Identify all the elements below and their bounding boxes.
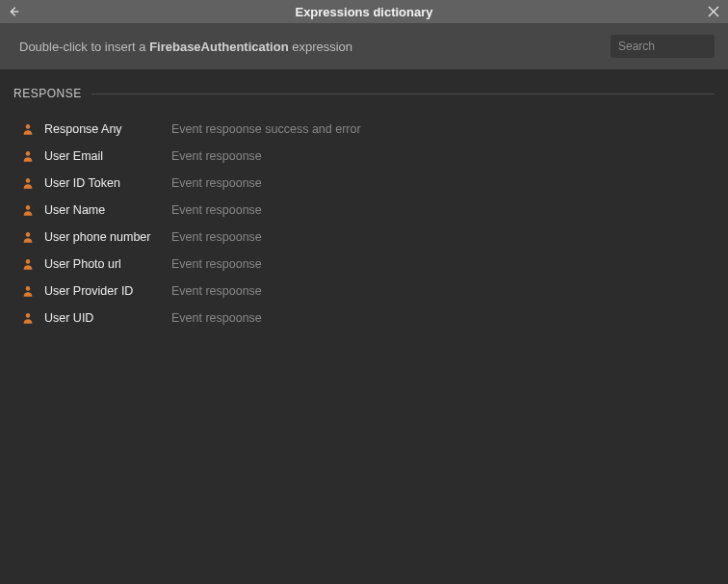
instruction-bold: FirebaseAuthentication [149, 40, 288, 54]
expression-description: Event respoonse [171, 203, 262, 217]
expression-row[interactable]: User UIDEvent respoonse [19, 305, 715, 332]
section-title: RESPONSE [13, 87, 82, 100]
search-input[interactable] [618, 40, 707, 53]
expression-description: Event respoonse [171, 149, 262, 163]
svg-point-1 [26, 151, 31, 156]
expression-row[interactable]: User phone numberEvent respoonse [19, 224, 715, 251]
svg-point-2 [26, 178, 31, 183]
expression-description: Event respoonse [171, 284, 262, 298]
person-icon [19, 203, 37, 217]
titlebar: Expressions dictionary [0, 0, 728, 23]
person-icon [19, 311, 37, 325]
expression-description: Event respoonse [171, 230, 262, 244]
person-icon [19, 122, 37, 136]
person-icon [19, 176, 37, 190]
expression-list: Response AnyEvent respoonse success and … [13, 116, 715, 332]
person-icon [19, 149, 37, 163]
close-button[interactable] [699, 0, 728, 23]
svg-point-4 [26, 232, 31, 237]
expression-name: User ID Token [37, 176, 171, 190]
content-area: RESPONSE Response AnyEvent respoonse suc… [0, 69, 728, 332]
instruction-suffix: expression [289, 40, 352, 54]
expression-name: User Name [37, 203, 171, 217]
svg-point-0 [26, 124, 31, 129]
expression-name: User Provider ID [37, 284, 171, 298]
expression-description: Event respoonse success and error [171, 122, 361, 136]
expression-name: User phone number [37, 230, 171, 244]
expression-name: User Email [37, 149, 171, 163]
svg-point-7 [26, 313, 31, 318]
expression-description: Event respoonse [171, 311, 262, 325]
toolbar: Double-click to insert a FirebaseAuthent… [0, 23, 728, 69]
expression-name: Response Any [37, 122, 171, 136]
expression-row[interactable]: Response AnyEvent respoonse success and … [19, 116, 715, 143]
window-title: Expressions dictionary [0, 5, 728, 19]
expression-row[interactable]: User EmailEvent respoonse [19, 143, 715, 170]
instruction-text: Double-click to insert a FirebaseAuthent… [19, 40, 352, 54]
section-header: RESPONSE [13, 87, 715, 100]
person-icon [19, 284, 37, 298]
svg-point-3 [26, 205, 31, 210]
expression-name: User Photo url [37, 257, 171, 271]
expression-name: User UID [37, 311, 171, 325]
expression-row[interactable]: User ID TokenEvent respoonse [19, 170, 715, 197]
back-button[interactable] [0, 0, 27, 23]
person-icon [19, 257, 37, 271]
svg-point-6 [26, 286, 31, 291]
person-icon [19, 230, 37, 244]
close-icon [708, 6, 719, 17]
expression-row[interactable]: User NameEvent respoonse [19, 197, 715, 224]
expression-row[interactable]: User Photo urlEvent respoonse [19, 251, 715, 278]
section-divider [91, 93, 715, 94]
expression-row[interactable]: User Provider IDEvent respoonse [19, 278, 715, 305]
instruction-prefix: Double-click to insert a [19, 40, 149, 54]
search-field[interactable] [611, 35, 715, 58]
expression-description: Event respoonse [171, 257, 262, 271]
expression-description: Event respoonse [171, 176, 262, 190]
arrow-left-icon [7, 5, 20, 18]
svg-point-5 [26, 259, 31, 264]
